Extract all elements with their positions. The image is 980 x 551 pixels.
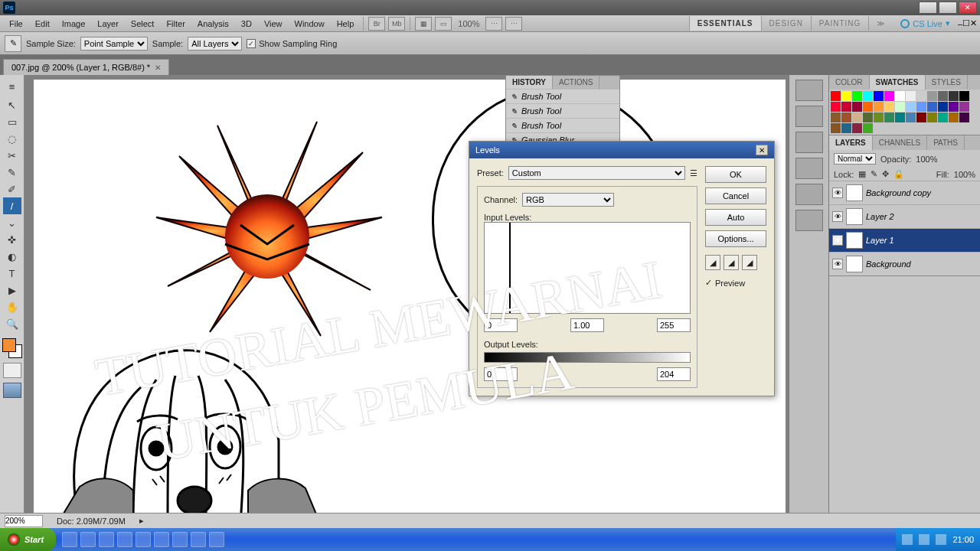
swatch[interactable] xyxy=(841,123,851,133)
color-swatch-pair[interactable] xyxy=(2,338,22,358)
quick-launch-icon[interactable] xyxy=(117,532,132,547)
dock-icon[interactable] xyxy=(795,158,823,179)
tab-history[interactable]: HISTORY xyxy=(506,76,553,89)
quick-launch-icon[interactable] xyxy=(80,532,96,547)
tool-button[interactable]: ✜ xyxy=(3,231,21,248)
tool-button[interactable]: ↖ xyxy=(3,96,21,113)
tool-button[interactable]: ▶ xyxy=(3,282,21,298)
zoom-field[interactable] xyxy=(5,515,43,527)
menu-select[interactable]: Select xyxy=(125,17,161,31)
swatch[interactable] xyxy=(949,91,959,101)
menu-file[interactable]: File xyxy=(3,17,29,31)
tool-button[interactable]: ▭ xyxy=(3,113,21,130)
swatch[interactable] xyxy=(863,112,873,122)
preview-checkbox[interactable]: ✓ Preview xyxy=(705,278,766,288)
quick-launch-icon[interactable] xyxy=(209,532,224,547)
start-button[interactable]: Start xyxy=(0,528,56,551)
white-point-eyedropper-icon[interactable]: ◢ xyxy=(742,255,757,270)
current-tool-icon[interactable]: ✎ xyxy=(5,35,21,52)
workspace-essentials[interactable]: ESSENTIALS xyxy=(689,16,761,31)
history-item[interactable]: ✎Brush Tool xyxy=(506,118,619,132)
swatch[interactable] xyxy=(874,112,884,122)
tab-styles[interactable]: STYLES xyxy=(926,75,968,90)
swatch[interactable] xyxy=(841,112,851,122)
lock-transparency-icon[interactable]: ▦ xyxy=(858,169,866,179)
black-point-eyedropper-icon[interactable]: ◢ xyxy=(705,255,720,270)
history-item[interactable]: ✎Brush Tool xyxy=(506,103,619,118)
cancel-button[interactable]: Cancel xyxy=(705,187,766,204)
dock-icon[interactable] xyxy=(795,80,823,101)
window-close-button[interactable]: ✕ xyxy=(959,2,977,14)
tool-button[interactable]: ◐ xyxy=(3,248,21,265)
swatch[interactable] xyxy=(916,91,926,101)
history-item[interactable]: ✎Brush Tool xyxy=(506,89,619,103)
swatch[interactable] xyxy=(863,91,873,101)
sample-size-select[interactable]: Point Sample xyxy=(80,37,148,51)
swatch[interactable] xyxy=(938,112,948,122)
ok-button[interactable]: OK xyxy=(705,166,766,183)
tab-actions[interactable]: ACTIONS xyxy=(553,76,599,89)
layer-thumb[interactable] xyxy=(846,184,863,201)
visibility-icon[interactable]: 👁 xyxy=(832,211,843,222)
swatch[interactable] xyxy=(916,102,926,112)
dialog-close-button[interactable]: ✕ xyxy=(756,145,768,155)
menu-analysis[interactable]: Analysis xyxy=(191,17,235,31)
swatch[interactable] xyxy=(884,102,894,112)
swatch[interactable] xyxy=(831,102,841,112)
swatch[interactable] xyxy=(959,91,969,101)
workspace-painting[interactable]: PAINTING xyxy=(811,16,868,31)
swatch[interactable] xyxy=(949,112,959,122)
input-shadows-field[interactable] xyxy=(484,318,518,332)
swatch[interactable] xyxy=(916,112,926,122)
output-low-field[interactable] xyxy=(484,367,518,381)
input-midtones-field[interactable] xyxy=(570,318,604,332)
visibility-icon[interactable]: 👁 xyxy=(832,235,843,246)
swatch[interactable] xyxy=(884,91,894,101)
tab-paths[interactable]: PATHS xyxy=(927,135,965,150)
levels-dialog[interactable]: Levels ✕ Preset: Custom ☰ Channel: RGB I… xyxy=(469,141,775,396)
window-minimize-button[interactable]: – xyxy=(919,2,937,14)
swatch[interactable] xyxy=(959,102,969,112)
tool-button[interactable]: ✋ xyxy=(3,298,21,315)
show-sampling-ring-checkbox[interactable]: ✓ Show Sampling Ring xyxy=(247,39,337,48)
blend-mode-select[interactable]: Normal xyxy=(834,153,876,165)
visibility-icon[interactable]: 👁 xyxy=(832,187,843,198)
swatch[interactable] xyxy=(938,91,948,101)
layer-thumb[interactable] xyxy=(846,256,863,272)
visibility-icon[interactable]: 👁 xyxy=(832,259,843,269)
swatch[interactable] xyxy=(874,91,884,101)
swatch[interactable] xyxy=(884,112,894,122)
menu-layer[interactable]: Layer xyxy=(91,17,125,31)
tab-channels[interactable]: CHANNELS xyxy=(873,135,927,150)
tool-button[interactable]: ⌄ xyxy=(3,214,21,231)
menu-image[interactable]: Image xyxy=(56,17,92,31)
output-high-field[interactable] xyxy=(657,367,691,381)
status-menu-icon[interactable]: ▸ xyxy=(139,516,144,526)
gray-point-eyedropper-icon[interactable]: ◢ xyxy=(724,255,739,270)
channel-select[interactable]: RGB xyxy=(522,193,614,207)
extra-option-icon[interactable]: ⋯ xyxy=(505,17,522,31)
swatch[interactable] xyxy=(927,91,937,101)
auto-button[interactable]: Auto xyxy=(705,209,766,226)
swatch[interactable] xyxy=(895,112,905,122)
quick-mask-button[interactable] xyxy=(3,363,21,378)
fill-value[interactable]: 100% xyxy=(954,170,975,179)
swatch[interactable] xyxy=(949,102,959,112)
tab-color[interactable]: COLOR xyxy=(829,75,870,90)
tool-button[interactable]: T xyxy=(3,265,21,282)
menu-window[interactable]: Window xyxy=(289,17,331,31)
zoom-level[interactable]: 100% xyxy=(458,19,479,28)
swatch[interactable] xyxy=(852,123,862,133)
swatch[interactable] xyxy=(874,102,884,112)
layer-row[interactable]: 👁Layer 2 xyxy=(829,204,980,228)
swatch[interactable] xyxy=(831,123,841,133)
swatch[interactable] xyxy=(852,112,862,122)
window-maximize-button[interactable]: ☐ xyxy=(939,2,957,14)
foreground-color-swatch[interactable] xyxy=(2,338,16,352)
dock-icon[interactable] xyxy=(795,106,823,127)
swatch[interactable] xyxy=(841,102,851,112)
tool-button[interactable]: 🔍 xyxy=(3,315,21,332)
quick-launch-icon[interactable] xyxy=(191,532,206,547)
menu-3d[interactable]: 3D xyxy=(235,17,258,31)
dock-icon[interactable] xyxy=(795,132,823,153)
